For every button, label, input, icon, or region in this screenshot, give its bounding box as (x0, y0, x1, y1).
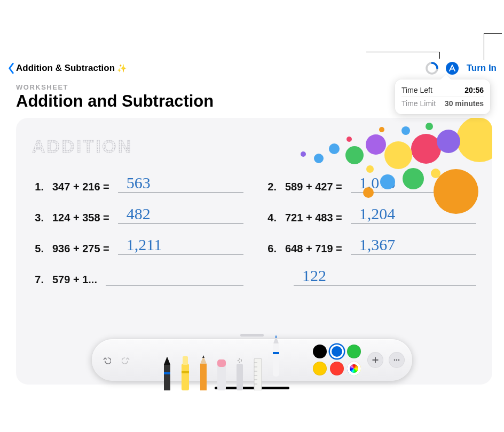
problem-expression: 589 + 427 = (285, 181, 342, 193)
problem-number: 3. (32, 212, 44, 224)
table-row: 3.124 + 358 =4824.721 + 483 =1,204 (32, 206, 476, 224)
problem-table: 1.347 + 216 =5632.589 + 427 =1,0163.124 … (32, 175, 476, 286)
svg-rect-4 (183, 356, 188, 365)
problem-cell: 5.936 + 275 =1,211 (32, 237, 243, 255)
problem-number: 5. (32, 243, 44, 255)
problem-expression: 648 + 719 = (285, 243, 342, 255)
swatch-color-picker[interactable] (347, 362, 361, 375)
swatch-yellow[interactable] (313, 362, 327, 375)
callout-leader (484, 33, 502, 34)
answer-field[interactable]: 1,016 (351, 175, 476, 193)
callout-leader (484, 33, 484, 60)
problem-number: 1. (32, 181, 44, 193)
tool-eraser[interactable] (212, 349, 231, 390)
svg-rect-3 (182, 364, 189, 390)
problem-expression: 721 + 483 = (285, 212, 342, 224)
swatch-green[interactable] (347, 345, 361, 358)
svg-rect-5 (182, 371, 189, 373)
swatch-black[interactable] (313, 345, 327, 358)
svg-rect-2 (164, 372, 170, 374)
timer-popover: Time Left 20:56 Time Limit 30 minutes (395, 79, 490, 114)
undo-icon (103, 356, 111, 364)
turn-in-button[interactable]: Turn In (467, 63, 497, 74)
svg-point-21 (396, 359, 398, 361)
ellipsis-icon (392, 356, 401, 364)
decorative-dot (437, 130, 460, 153)
more-button[interactable] (389, 352, 405, 368)
problem-number: 2. (265, 181, 277, 193)
svg-point-22 (398, 359, 400, 361)
answer-field[interactable] (106, 268, 243, 286)
time-left-value: 20:56 (464, 86, 484, 94)
svg-rect-6 (200, 364, 207, 390)
svg-rect-18 (273, 343, 279, 377)
problem-cell: 4.721 + 483 =1,204 (265, 206, 476, 224)
add-button[interactable] (367, 352, 383, 368)
svg-point-1 (446, 62, 459, 75)
tool-apple-pencil[interactable] (267, 331, 285, 377)
nav-bar: Addition & Subtraction ✨ Turn In (0, 57, 504, 80)
section-label: ADDITION (32, 136, 132, 157)
svg-rect-8 (217, 359, 226, 367)
problem-expression: 936 + 275 = (52, 243, 109, 255)
answer-field[interactable]: 482 (118, 206, 243, 224)
answer-field[interactable]: 1,204 (351, 206, 476, 224)
svg-point-20 (394, 359, 396, 361)
svg-rect-7 (217, 364, 226, 390)
problem-cell: 122 (265, 268, 476, 286)
nav-title-text: Addition & Subtraction (16, 63, 115, 74)
svg-rect-19 (273, 352, 279, 354)
redo-icon (122, 356, 130, 364)
time-left-label: Time Left (401, 86, 432, 94)
problem-cell: 3.124 + 358 =482 (32, 206, 243, 224)
markup-button[interactable] (445, 61, 459, 75)
svg-rect-9 (237, 364, 243, 390)
chevron-left-icon (7, 62, 15, 74)
table-row: 5.936 + 275 =1,2116.648 + 719 =1,367 (32, 237, 476, 255)
decorative-dot (301, 151, 306, 157)
nav-title: Addition & Subtraction ✨ (16, 63, 127, 74)
answer-field[interactable]: 122 (294, 268, 476, 286)
toolbar-drag-handle[interactable] (240, 334, 264, 337)
markup-toolbar[interactable] (92, 339, 412, 381)
page-title: Addition and Subtraction (16, 92, 214, 110)
decorative-dot (345, 146, 364, 164)
time-limit-label: Time Limit (401, 99, 436, 108)
answer-field[interactable]: 563 (118, 175, 243, 193)
sparkle-icon: ✨ (117, 63, 127, 73)
problem-cell: 1.347 + 216 =563 (32, 175, 243, 193)
problem-expression: 579 + 1... (52, 274, 97, 286)
problem-expression: 124 + 358 = (52, 212, 109, 224)
tool-ruler[interactable] (249, 349, 267, 390)
problem-cell: 7.579 + 1... (32, 268, 243, 286)
decorative-dot (384, 141, 412, 169)
decorative-dot (401, 126, 410, 135)
decorative-dot (366, 165, 374, 173)
undo-button[interactable] (99, 353, 114, 367)
swatch-blue[interactable] (330, 345, 344, 358)
back-button[interactable] (7, 62, 15, 74)
tool-pen[interactable] (158, 349, 176, 390)
svg-rect-11 (254, 358, 262, 390)
answer-field[interactable]: 1,367 (351, 237, 476, 255)
decorative-dot (346, 137, 352, 142)
redo-button[interactable] (119, 353, 133, 367)
tool-marker[interactable] (176, 349, 194, 390)
timer-icon (425, 61, 439, 75)
tool-pencil[interactable] (194, 349, 212, 390)
callout-leader (366, 52, 440, 52)
plus-icon (371, 356, 380, 364)
decorative-dot (379, 127, 384, 132)
decorative-dot (366, 134, 386, 155)
decorative-dot (426, 123, 433, 130)
table-row: 1.347 + 216 =5632.589 + 427 =1,016 (32, 175, 476, 193)
answer-field[interactable]: 1,211 (118, 237, 243, 255)
markup-icon (445, 61, 459, 75)
timer-button[interactable] (425, 61, 439, 75)
table-row: 7.579 + 1...122 (32, 268, 476, 286)
swatch-red[interactable] (330, 362, 344, 375)
time-limit-value: 30 minutes (445, 99, 484, 108)
tool-lasso[interactable] (231, 349, 249, 390)
decorative-dot (329, 143, 340, 154)
decorative-dot (456, 118, 492, 162)
